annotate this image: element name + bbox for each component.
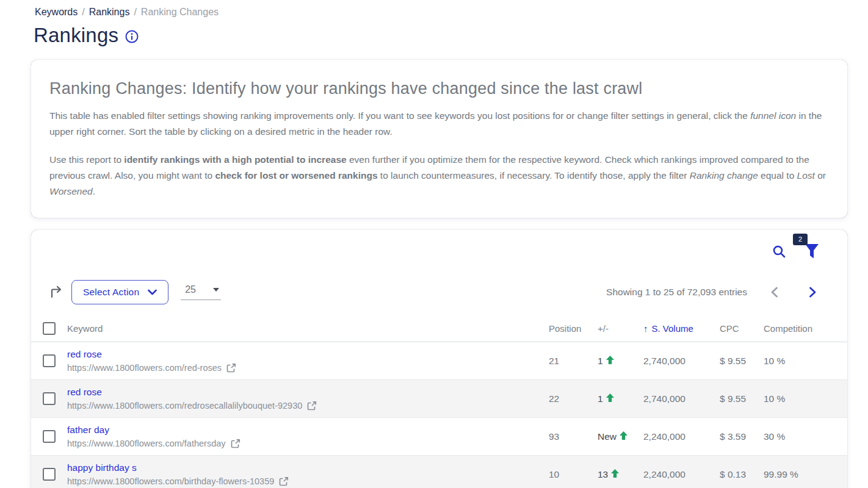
change-up-arrow-icon [611,469,619,478]
competition-value: 30 % [764,431,847,442]
position-value: 10 [549,469,598,480]
intro-heading: Ranking Changes: Identify how your ranki… [49,79,829,98]
funnel-icon[interactable] [805,243,819,259]
sort-asc-icon: ↑ [643,323,648,334]
breadcrumb: Keywords / Rankings / Ranking Changes [0,0,868,18]
keyword-url: https://www.1800flowers.com/fathersday [67,439,226,448]
chevron-down-icon [148,289,157,295]
change-up-arrow-icon [620,431,627,440]
table-body: red rose https://www.1800flowers.com/red… [31,342,847,488]
search-volume-value: 2,740,000 [643,356,720,367]
competition-value: 99.99 % [764,469,847,480]
intro-p2-text: or [815,170,826,181]
column-header-change[interactable]: +/- [598,323,643,334]
intro-p2-text: equal to [758,170,797,181]
external-link-icon[interactable] [231,439,241,448]
change-value: 1 [598,356,603,367]
change-value: 1 [598,393,603,404]
keyword-url: https://www.1800flowers.com/red-roses [67,363,222,373]
intro-p2-filter-value: Worsened [49,186,93,196]
select-all-checkbox[interactable] [43,322,56,335]
pagination-next-icon[interactable] [801,283,824,301]
breadcrumb-separator: / [134,7,136,18]
column-header-volume-label: S. Volume [652,323,693,334]
row-checkbox[interactable] [43,468,56,481]
intro-p2-text: . [93,186,95,196]
keyword-link[interactable]: happy birthday s [67,462,137,473]
info-icon[interactable] [125,30,139,43]
keyword-url: https://www.1800flowers.com/redrosecalla… [67,401,302,411]
intro-paragraph-2: Use this report to identify rankings wit… [49,152,829,199]
breadcrumb-keywords[interactable]: Keywords [35,7,78,18]
breadcrumb-rankings[interactable]: Rankings [89,7,130,18]
search-icon[interactable] [772,245,786,259]
position-value: 93 [549,431,598,442]
change-up-arrow-icon [606,393,614,402]
external-link-icon[interactable] [226,363,236,373]
intro-p1-text: This table has enabled filter settings s… [49,110,750,121]
competition-value: 10 % [764,356,847,367]
intro-p2-filter-value: Lost [797,170,815,181]
intro-p2-filter-name: Ranking change [690,170,758,181]
position-value: 22 [549,393,598,404]
pagination-prev-icon[interactable] [763,283,786,301]
search-volume-value: 2,240,000 [643,431,720,442]
row-checkbox[interactable] [43,430,56,443]
change-value: 13 [598,469,608,480]
search-volume-value: 2,740,000 [643,393,720,404]
cpc-value: $ 0.13 [720,469,764,480]
keyword-url: https://www.1800flowers.com/birthday-flo… [67,476,274,486]
keyword-link[interactable]: red rose [67,387,102,398]
row-checkbox[interactable] [43,354,56,367]
column-header-position[interactable]: Position [549,323,598,334]
column-header-competition[interactable]: Competition [764,323,847,334]
filter-count-badge: 2 [793,234,808,245]
page-size-select[interactable]: 25 [181,284,221,300]
table-row: red rose https://www.1800flowers.com/red… [31,342,847,380]
keyword-link[interactable]: red rose [67,349,102,360]
caret-down-icon [213,288,219,292]
column-header-volume[interactable]: ↑S. Volume [643,323,720,334]
page-size-value: 25 [185,284,196,295]
row-checkbox[interactable] [43,392,56,405]
breadcrumb-ranking-changes: Ranking Changes [141,7,219,18]
select-action-label: Select Action [83,287,139,298]
competition-value: 10 % [764,393,847,404]
external-link-icon[interactable] [307,401,317,411]
table-card: 2 Select Action 25 Showing 1 [31,230,847,488]
intro-p2-text: Use this report to [49,154,124,165]
column-header-keyword[interactable]: Keyword [67,323,549,334]
table-header-row: Keyword Position +/- ↑S. Volume CPC Comp… [31,315,847,342]
change-up-arrow-icon [606,356,614,364]
intro-card: Ranking Changes: Identify how your ranki… [31,60,847,218]
table-row: father day https://www.1800flowers.com/f… [31,418,847,456]
external-link-icon[interactable] [279,476,289,486]
cpc-value: $ 9.55 [720,393,764,404]
intro-p2-bold: check for lost or worsened rankings [215,170,377,181]
table-row: red rose https://www.1800flowers.com/red… [31,380,847,418]
search-volume-value: 2,240,000 [643,469,720,480]
page-title: Rankings [34,24,118,47]
export-icon[interactable] [49,285,63,299]
intro-paragraph-1: This table has enabled filter settings s… [49,108,829,140]
change-value: New [598,431,617,442]
cpc-value: $ 3.59 [720,431,764,442]
cpc-value: $ 9.55 [720,356,764,367]
showing-entries-text: Showing 1 to 25 of 72,093 entries [606,287,747,298]
intro-p2-text: to launch countermeasures, if necessary.… [378,170,690,181]
column-header-cpc[interactable]: CPC [720,323,764,334]
intro-p1-funnel-icon-ref: funnel icon [750,110,796,121]
intro-p2-bold: identify rankings with a high potential … [124,154,346,165]
breadcrumb-separator: / [82,7,84,18]
table-row: happy birthday s https://www.1800flowers… [31,456,847,488]
keyword-link[interactable]: father day [67,425,109,436]
select-action-dropdown[interactable]: Select Action [71,280,168,304]
position-value: 21 [549,356,598,367]
